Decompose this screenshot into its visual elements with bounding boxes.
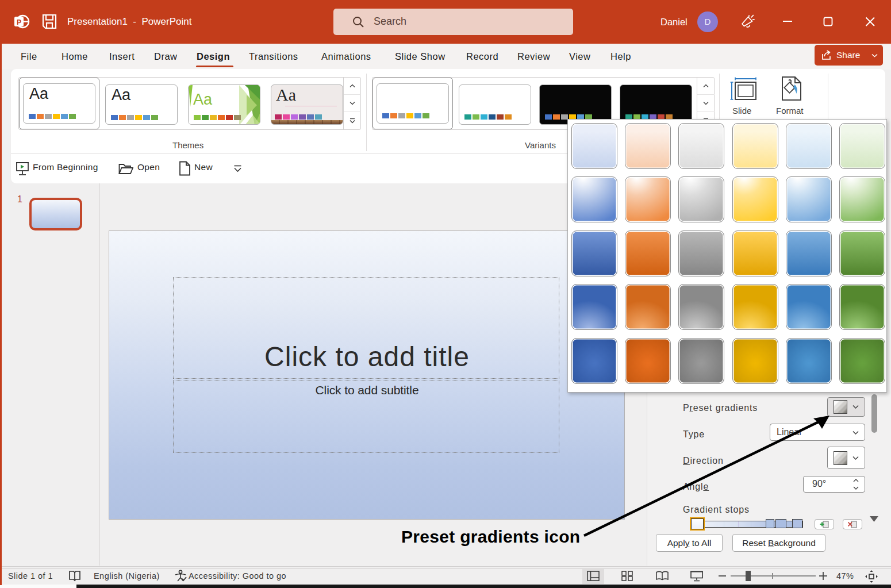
svg-text:Aa: Aa: [193, 91, 213, 108]
svg-text:P: P: [17, 18, 21, 26]
